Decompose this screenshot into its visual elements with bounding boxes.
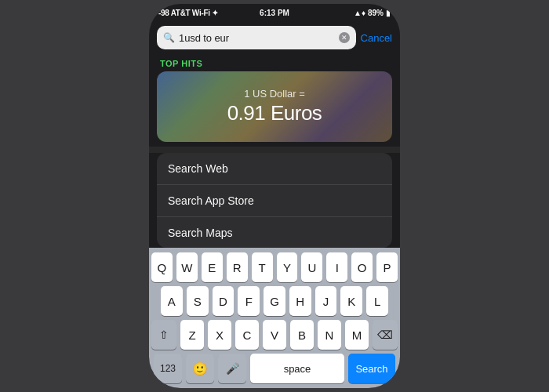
battery-label: 89% — [368, 9, 384, 17]
mic-key[interactable]: 🎤 — [218, 354, 246, 383]
key-g[interactable]: G — [264, 286, 285, 316]
key-z[interactable]: Z — [180, 320, 204, 350]
key-y[interactable]: Y — [277, 252, 298, 282]
key-p[interactable]: P — [376, 252, 398, 282]
key-e[interactable]: E — [202, 252, 223, 282]
battery-icon: ▮ — [386, 9, 391, 17]
clear-button[interactable]: ✕ — [339, 32, 350, 43]
search-key[interactable]: Search — [348, 354, 395, 383]
currency-equation: 1 US Dollar = — [227, 88, 322, 100]
phone-frame: -98 AT&T Wi-Fi ✦ 6:13 PM ▲♦ 89% ▮ 🔍 1usd… — [149, 4, 400, 388]
key-f[interactable]: F — [238, 286, 260, 316]
search-icon: 🔍 — [163, 32, 175, 43]
divider — [149, 147, 400, 153]
search-input[interactable]: 1usd to eur — [179, 32, 335, 44]
status-bar: -98 AT&T Wi-Fi ✦ 6:13 PM ▲♦ 89% ▮ — [149, 4, 400, 21]
search-web-item[interactable]: Search Web — [157, 153, 392, 185]
signal-icon: ▲♦ — [354, 9, 365, 17]
status-right: ▲♦ 89% ▮ — [354, 9, 391, 17]
key-l[interactable]: L — [366, 286, 388, 316]
key-m[interactable]: M — [345, 320, 369, 350]
search-actions: Search Web Search App Store Search Maps — [157, 153, 392, 248]
key-n[interactable]: N — [318, 320, 341, 350]
keyboard-row-1: Q W E R T Y U I O P — [151, 252, 398, 282]
search-appstore-item[interactable]: Search App Store — [157, 185, 392, 217]
search-bar[interactable]: 🔍 1usd to eur ✕ — [157, 26, 356, 49]
key-u[interactable]: U — [301, 252, 322, 282]
delete-key[interactable]: ⌫ — [373, 320, 398, 350]
emoji-key[interactable]: 🙂 — [186, 354, 214, 383]
key-k[interactable]: K — [340, 286, 362, 316]
key-h[interactable]: H — [289, 286, 311, 316]
key-j[interactable]: J — [315, 286, 337, 316]
key-d[interactable]: D — [213, 286, 235, 316]
key-o[interactable]: O — [351, 252, 373, 282]
key-w[interactable]: W — [176, 252, 198, 282]
key-i[interactable]: I — [326, 252, 347, 282]
numbers-key[interactable]: 123 — [154, 354, 182, 383]
key-a[interactable]: A — [161, 286, 183, 316]
key-x[interactable]: X — [208, 320, 231, 350]
space-key[interactable]: space — [250, 354, 344, 383]
currency-card-content: 1 US Dollar = 0.91 Euros — [227, 88, 322, 125]
key-s[interactable]: S — [187, 286, 209, 316]
key-t[interactable]: T — [252, 252, 273, 282]
cancel-button[interactable]: Cancel — [361, 32, 392, 44]
results-area: TOP HITS 1 US Dollar = 0.91 Euros Search… — [149, 54, 400, 248]
currency-card: 1 US Dollar = 0.91 Euros — [157, 71, 392, 142]
search-maps-item[interactable]: Search Maps — [157, 217, 392, 248]
keyboard-bottom-row: 123 🙂 🎤 space Search — [151, 354, 398, 383]
shift-key[interactable]: ⇧ — [151, 320, 176, 350]
keyboard-row-3: ⇧ Z X C V B N M ⌫ — [151, 320, 398, 350]
keyboard-row-2: A S D F G H J K L — [151, 286, 398, 316]
keyboard: Q W E R T Y U I O P A S D F G H J K L ⇧ … — [149, 248, 400, 388]
status-time: 6:13 PM — [260, 9, 289, 17]
key-v[interactable]: V — [263, 320, 286, 350]
key-c[interactable]: C — [235, 320, 259, 350]
key-q[interactable]: Q — [151, 252, 173, 282]
currency-result: 0.91 Euros — [227, 101, 322, 125]
search-bar-container: 🔍 1usd to eur ✕ Cancel — [149, 21, 400, 54]
key-b[interactable]: B — [290, 320, 314, 350]
status-left: -98 AT&T Wi-Fi ✦ — [158, 9, 218, 17]
key-r[interactable]: R — [227, 252, 248, 282]
top-hits-label: TOP HITS — [149, 54, 400, 71]
